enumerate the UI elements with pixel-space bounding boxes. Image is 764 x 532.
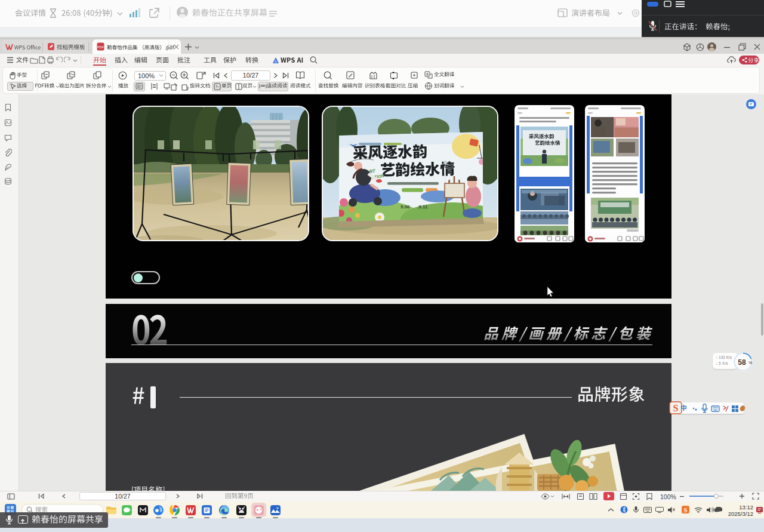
svg-text:S: S [673, 403, 679, 413]
svg-text:%: % [748, 361, 752, 365]
svg-text:58: 58 [738, 358, 746, 367]
svg-text:.9.11: .9.11 [417, 204, 428, 210]
svg-text:PDF: PDF [97, 45, 104, 49]
svg-text:S: S [684, 507, 688, 513]
svg-text:9.06: 9.06 [401, 204, 410, 210]
